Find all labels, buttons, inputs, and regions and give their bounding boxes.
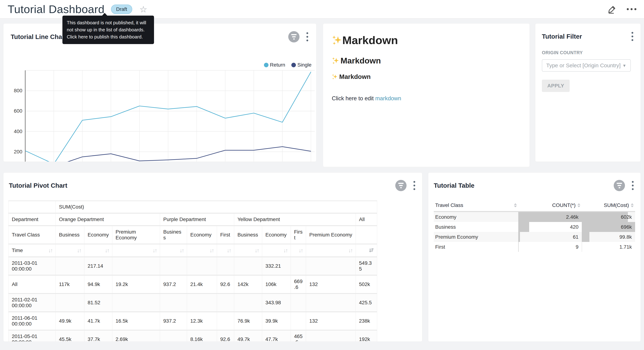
sort-icon[interactable]: ↓↑ — [152, 247, 156, 254]
pivot-data-row: 2011-06-01 00:00:0049.9k41.7k16.5k937.21… — [8, 312, 377, 330]
sort-icon[interactable]: ↓↑ — [77, 247, 81, 254]
filter-card-kebab-icon[interactable] — [631, 31, 634, 42]
pivot-class-header: Business — [160, 226, 187, 244]
origin-country-select[interactable]: Type or Select [Origin Country] ▾ — [542, 59, 631, 72]
pivot-value-cell: 76.9k — [234, 312, 262, 330]
sum-cell: 1.71k — [582, 242, 635, 252]
pivot-time-cell: 2011-05-01 00:00:00 — [8, 330, 56, 342]
filter-indicator-icon[interactable] — [288, 31, 300, 42]
apply-button[interactable]: APPLY — [542, 80, 570, 92]
count-cell: 9 — [518, 242, 582, 252]
pivot-value-cell — [234, 294, 262, 312]
pivot-value-cell: 217.14 — [84, 257, 112, 275]
favorite-star-icon[interactable]: ☆ — [140, 4, 147, 14]
pivot-value-cell — [291, 294, 306, 312]
pivot-card-kebab-icon[interactable] — [413, 180, 416, 191]
table-row: First91.71k — [434, 242, 635, 252]
markdown-h3: Markdown — [332, 73, 521, 80]
travel-class-cell: Premium Economy — [434, 232, 518, 242]
count-cell: 61 — [518, 232, 582, 242]
line-chart[interactable]: 200400600800FebruaryMarchAprilMayJuneJul… — [4, 68, 316, 162]
pivot-value-cell: 132 — [306, 275, 356, 294]
pivot-value-cell: 47.7k — [262, 330, 291, 342]
more-menu-icon[interactable] — [627, 8, 636, 10]
markdown-edit-link[interactable]: markdown — [375, 95, 401, 102]
pivot-value-cell: 21.4k — [187, 275, 217, 294]
pivot-data-row: 2011-02-01 00:00:0081.52343.98425.5 — [8, 294, 377, 312]
legend-item-single[interactable]: Single — [291, 62, 312, 68]
sort-icon[interactable] — [631, 203, 634, 207]
line-chart-kebab-icon[interactable] — [306, 32, 309, 42]
pivot-value-cell — [112, 294, 160, 312]
pivot-value-cell — [306, 257, 356, 275]
pivot-value-cell — [160, 257, 187, 275]
markdown-h2: Markdown — [332, 56, 521, 66]
pivot-data-row: 2011-03-01 00:00:00217.14332.21549.35 — [8, 257, 377, 275]
pivot-value-cell: 12.3k — [187, 312, 217, 330]
pivot-value-cell: 465.6 — [291, 330, 306, 342]
pivot-value-cell: 142k — [234, 275, 262, 294]
pivot-data-row: All117k94.9k19.2k937.221.4k92.6142k106k6… — [8, 275, 377, 294]
pivot-group-header: Yellow Department — [234, 213, 356, 226]
pivot-class-label: Travel Class — [8, 226, 56, 244]
pivot-class-header: First — [217, 226, 234, 244]
pivot-group-header: All — [356, 213, 377, 226]
filter-card: Tutorial Filter ORIGIN COUNTRY Type or S… — [535, 24, 641, 162]
pivot-value-cell — [160, 330, 187, 342]
sort-icon[interactable]: ↓↑ — [180, 247, 184, 254]
pivot-value-cell — [217, 257, 234, 275]
travel-class-cell: Economy — [434, 212, 518, 222]
pivot-value-cell: 937.2 — [160, 312, 187, 330]
pivot-class-header: First — [291, 226, 306, 244]
pivot-class-header: Economy — [262, 226, 291, 244]
sort-icon[interactable]: ↓↑ — [227, 247, 231, 254]
svg-text:600: 600 — [14, 108, 22, 114]
pivot-class-header: Economy — [84, 226, 112, 244]
filter-indicator-icon[interactable] — [614, 180, 625, 191]
legend-item-return[interactable]: Return — [264, 62, 285, 68]
sort-desc-active-icon[interactable] — [368, 248, 374, 253]
sort-icon[interactable] — [578, 203, 580, 207]
chart-legend: ReturnSingle — [264, 62, 312, 68]
sort-icon[interactable]: ↓↑ — [255, 247, 259, 254]
table-card-kebab-icon[interactable] — [631, 180, 634, 191]
col-header-travel-class[interactable]: Travel Class — [434, 200, 518, 212]
sort-icon[interactable]: ↓↑ — [348, 247, 352, 254]
pivot-value-cell: 192k — [356, 330, 377, 342]
pivot-value-cell: 937.2 — [160, 275, 187, 294]
col-header-sum-cost[interactable]: SUM(Cost) — [582, 200, 635, 212]
draft-badge[interactable]: Draft — [111, 4, 132, 14]
pivot-value-cell: 117k — [56, 275, 84, 294]
edit-pencil-icon[interactable] — [608, 5, 616, 14]
pivot-value-cell: 49.7k — [234, 330, 262, 342]
pivot-value-cell: 94.9k — [84, 275, 112, 294]
col-header-count[interactable]: COUNT(*) — [518, 200, 582, 212]
pivot-value-cell: 8.16k — [187, 330, 217, 342]
sparkles-icon — [332, 74, 338, 80]
pivot-time-label: Time — [12, 248, 23, 253]
sum-cell: 602k — [582, 212, 635, 222]
travel-class-cell: First — [434, 242, 518, 252]
sort-icon[interactable]: ↓↑ — [283, 247, 287, 254]
table-card: Tutorial Table Travel ClassCOUNT(*)SUM(C… — [428, 172, 641, 342]
pivot-data-row: 2011-05-01 00:00:0045.5k37.7k2.69k8.16k9… — [8, 330, 377, 342]
pivot-value-cell — [187, 257, 217, 275]
sum-cell: 99.8k — [582, 232, 635, 242]
sort-icon[interactable]: ↓↑ — [105, 247, 109, 254]
count-cell: 2.46k — [518, 212, 582, 222]
publish-tooltip[interactable]: This dashboard is not published, it will… — [62, 16, 154, 44]
sort-icon[interactable] — [514, 203, 517, 207]
pivot-value-cell: 425.5 — [356, 294, 377, 312]
sort-icon[interactable]: ↓↑ — [298, 247, 302, 254]
pivot-class-row: Travel ClassBusinessEconomyPremium Econo… — [8, 226, 377, 244]
sort-icon[interactable]: ↓↑ — [48, 247, 52, 254]
pivot-value-cell: 39.9k — [262, 312, 291, 330]
pivot-value-cell: 92.6 — [217, 275, 234, 294]
pivot-measure-header: SUM(Cost) — [56, 201, 377, 213]
pivot-value-cell — [291, 312, 306, 330]
pivot-chart-title: Tutorial Pivot Chart — [9, 182, 67, 189]
sort-icon[interactable]: ↓↑ — [210, 247, 214, 254]
pivot-value-cell: 92.6 — [217, 330, 234, 342]
sum-cell: 696k — [582, 222, 635, 232]
filter-indicator-icon[interactable] — [395, 180, 406, 191]
